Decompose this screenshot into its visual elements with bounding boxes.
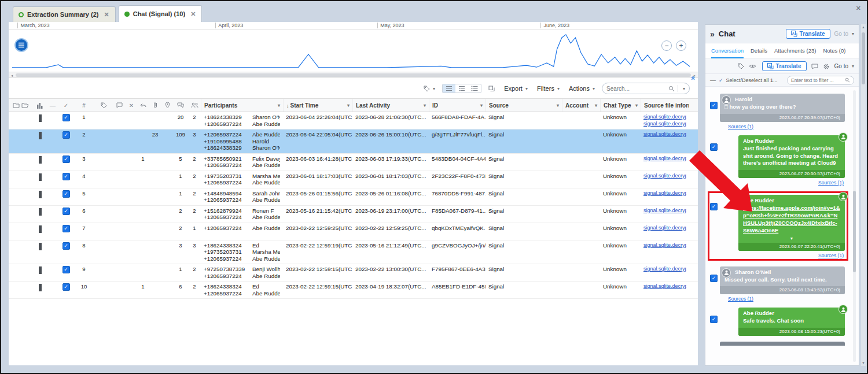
source-file-link[interactable]: signal.sqlite.decrypt...	[643, 208, 686, 214]
select-all-icon[interactable]: ✓	[719, 77, 723, 83]
column-location[interactable]	[161, 99, 173, 112]
filter-input[interactable]	[791, 77, 843, 83]
message-checkbox[interactable]: ✓	[710, 275, 718, 282]
collapse-panel-icon[interactable]: »	[710, 29, 715, 39]
tag-filter-button[interactable]: ▾	[421, 84, 437, 93]
column-number[interactable]: #	[73, 99, 94, 112]
column-chat-type[interactable]: Chat Type ▾	[600, 99, 641, 112]
zoom-in-button[interactable]: +	[676, 40, 686, 51]
column-participants[interactable]: Participants ▾	[201, 99, 283, 112]
source-file-link[interactable]: signal.sqlite.decrypt...	[643, 131, 686, 138]
filters-button[interactable]: Filters▾	[535, 84, 562, 93]
message-checkbox[interactable]: ✓	[710, 203, 718, 210]
chat-message-5[interactable]: ✓ Abe Rudder Safe travels. Chat soon 202…	[710, 308, 845, 336]
timeline-scrollbar[interactable]: ◂ ▸	[9, 72, 698, 78]
timeline-menu-button[interactable]	[14, 38, 28, 52]
zoom-out-button[interactable]: −	[661, 40, 672, 51]
column-id[interactable]: ID ▾	[429, 99, 486, 112]
search-box[interactable]: ▾	[602, 83, 690, 94]
actions-button[interactable]: Actions▾	[567, 84, 597, 93]
column-participants-count[interactable]	[188, 99, 201, 112]
table-row-3[interactable]: ✓ 3 1 5 2 +33785650921Felix Davey+120659…	[9, 154, 698, 171]
window-tab-1[interactable]: Extraction Summary (2) ✕	[13, 6, 116, 22]
cell-checkbox[interactable]: ✓	[58, 283, 73, 291]
view-list-button[interactable]	[443, 84, 455, 92]
column-account[interactable]: Account ▾	[562, 99, 600, 112]
cell-checkbox[interactable]: ✓	[58, 131, 73, 139]
row-checkbox[interactable]: ✓	[62, 114, 70, 121]
source-file-link[interactable]: signal.sqlite.decrypt...	[643, 190, 686, 197]
cell-checkbox[interactable]: ✓	[58, 242, 73, 250]
row-checkbox[interactable]: ✓	[62, 225, 70, 232]
goto-button[interactable]: Go to▾	[834, 63, 854, 69]
view-tree-button[interactable]	[455, 84, 468, 92]
select-all-label[interactable]: Select/Deselect all 1...	[726, 77, 778, 83]
row-checkbox[interactable]: ✓	[62, 242, 70, 250]
scrollbar-thumb[interactable]	[16, 73, 691, 77]
source-file-link[interactable]: signal.sqlite.decrypt...	[643, 242, 686, 249]
chat-message-3[interactable]: ✓ Abe Rudder https://facetime.apple.com/…	[708, 191, 848, 260]
table-row-9[interactable]: ✓ 9 1 2 +972507387339Benji Wollhertz+120…	[9, 264, 698, 282]
column-last-activity[interactable]: Last Activity ▾	[352, 99, 429, 112]
message-sources-link[interactable]: Sources (1)	[818, 253, 844, 258]
source-file-link[interactable]: signal.sqlite.decrypt...	[643, 283, 686, 290]
export-button[interactable]: Export▾	[502, 84, 530, 93]
source-file-link[interactable]: signal.sqlite.decrypt...	[643, 114, 686, 121]
column-dash[interactable]: —	[47, 99, 58, 112]
message-sources-link[interactable]: Sources (1)	[818, 180, 844, 186]
table-row-2[interactable]: ✓ 2 23 109 3 +12065937224Abe Rudder (own…	[9, 129, 698, 154]
row-checkbox[interactable]: ✓	[62, 266, 70, 273]
source-file-link[interactable]: signal.sqlite.decrypt...	[643, 121, 686, 128]
duplicates-button[interactable]	[486, 84, 497, 93]
row-checkbox[interactable]: ✓	[62, 190, 70, 198]
column-attachments[interactable]	[149, 99, 161, 112]
window-close-icon[interactable]: ✕	[856, 5, 861, 12]
table-row-8[interactable]: ✓ 8 3 3 +18624338324Ed+19735203731Marsha…	[9, 240, 698, 265]
message-text[interactable]: https://facetime.apple.com/join#v=1&p=oR…	[743, 205, 840, 236]
cell-checkbox[interactable]: ✓	[58, 190, 73, 198]
cell-checkbox[interactable]: ✓	[58, 208, 73, 215]
message-scrollbar[interactable]	[853, 90, 856, 362]
tab-close-icon[interactable]: ✕	[104, 11, 109, 18]
tab-close-icon[interactable]: ✕	[190, 10, 196, 18]
column-messages[interactable]	[173, 99, 188, 112]
message-checkbox[interactable]: ✓	[710, 143, 718, 151]
search-input[interactable]	[606, 86, 665, 92]
table-row-7[interactable]: ✓ 7 2 1 +12065937224Abe Rudder (owner) 2…	[9, 223, 698, 240]
column-select[interactable]: ✓	[58, 99, 73, 112]
chat-message-1[interactable]: ✓ Harold □ how ya doing over there? 2023…	[710, 94, 845, 129]
message-scrollbar-thumb[interactable]	[853, 191, 856, 272]
source-file-link[interactable]: signal.sqlite.decrypt...	[643, 155, 686, 162]
table-row-10[interactable]: ✓ 10 1 6 2 +18624338324Ed+12065937224Abe…	[9, 282, 698, 299]
view-flat-button[interactable]	[468, 84, 481, 92]
message-sources-link[interactable]: Sources (1)	[728, 124, 753, 129]
column-reply[interactable]	[137, 99, 149, 112]
column-chart[interactable]	[33, 99, 47, 112]
column-start-time[interactable]: ↓Start Time ▾	[283, 99, 352, 112]
message-sources-link[interactable]: Sources (1)	[728, 296, 753, 302]
column-folders[interactable]	[9, 99, 33, 112]
message-checkbox[interactable]: ✓	[710, 102, 718, 109]
chat-tab-notes-0-[interactable]: Notes (0)	[823, 43, 845, 58]
scroll-left-icon[interactable]: ◂	[9, 72, 15, 79]
more-content-icon[interactable]: ▼	[743, 236, 840, 242]
source-file-link[interactable]: signal.sqlite.decrypt...	[643, 266, 686, 273]
window-scrollbar[interactable]: ▲ ▼	[861, 24, 866, 366]
column-tag[interactable]	[94, 99, 113, 112]
column-source[interactable]: Source ▾	[486, 99, 562, 112]
row-checkbox[interactable]: ✓	[62, 173, 70, 180]
table-row-4[interactable]: ✓ 4 1 2 +19735203731Marsha Mellos+120659…	[9, 171, 698, 188]
row-checkbox[interactable]: ✓	[62, 208, 70, 215]
table-row-5[interactable]: ✓ 5 1 2 +14848948594Sarah Johnson+120659…	[9, 188, 698, 206]
deselect-all-icon[interactable]: —	[710, 77, 716, 83]
cell-checkbox[interactable]: ✓	[58, 266, 73, 273]
column-deleted[interactable]: ✕	[126, 99, 137, 112]
table-row-6[interactable]: ✓ 6 2 2 +15162879924Ronen F+12065937224A…	[9, 206, 698, 223]
table-row-1[interactable]: ✓ 1 20 2 +18624338329Sharon O'Neil+12065…	[9, 112, 698, 129]
row-checkbox[interactable]: ✓	[62, 131, 70, 139]
chat-tab-attachments-23-[interactable]: Attachments (23)	[774, 43, 816, 58]
source-file-link[interactable]: signal.sqlite.decrypt...	[643, 225, 686, 232]
column-source-file-information[interactable]: Source file information ▾	[641, 99, 689, 112]
row-checkbox[interactable]: ✓	[62, 283, 70, 291]
chat-tab-conversation[interactable]: Conversation	[711, 43, 744, 58]
